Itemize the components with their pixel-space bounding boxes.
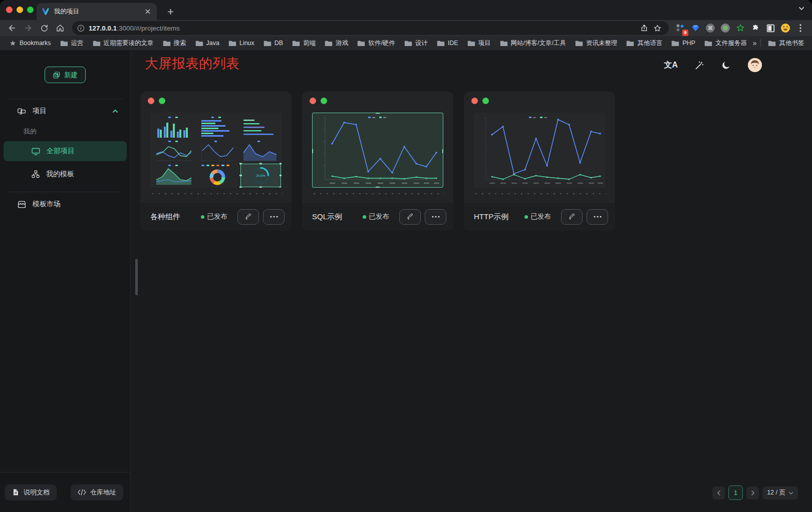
extension-emoji-icon[interactable] (779, 22, 792, 35)
folder-icon (437, 40, 445, 47)
flowchart-icon (31, 170, 40, 179)
sidebar-group-project[interactable]: 项目 (0, 102, 130, 120)
avatar[interactable] (748, 58, 762, 72)
close-window-button[interactable] (6, 7, 13, 13)
project-card[interactable]: HTTP示例 已发布 (464, 92, 615, 231)
folder-icon (357, 40, 365, 47)
reload-icon[interactable] (37, 21, 51, 35)
prev-page-button[interactable] (712, 486, 725, 499)
project-card[interactable]: SQL示例 已发布 (302, 92, 453, 231)
tab-search-chevron-icon[interactable] (798, 5, 805, 12)
pagination: 1 12 / 页 (712, 485, 798, 500)
bookmark-folder[interactable]: 项目 (464, 38, 494, 49)
browser-menu-icon[interactable] (794, 22, 807, 35)
bookmark-folder[interactable]: 文件服务器 (701, 38, 750, 49)
more-options-button[interactable] (425, 209, 446, 225)
status-dot (524, 215, 528, 219)
url-host: 127.0.0.1 (89, 25, 117, 32)
bookmark-folder[interactable]: 运营 (57, 38, 87, 49)
next-page-button[interactable] (746, 486, 759, 499)
bookmark-folder[interactable]: Linux (225, 39, 257, 48)
folder-icon (575, 40, 583, 47)
line-chart (474, 113, 605, 188)
edit-hammer-button[interactable] (399, 209, 421, 225)
zoom-window-button[interactable] (27, 7, 34, 13)
folder-icon (93, 40, 101, 47)
bookmark-folder[interactable]: 网站/博客/文章/工具 (497, 38, 569, 49)
sidebar-item-template-market[interactable]: 模板市场 (0, 195, 130, 213)
bookmark-folder[interactable]: Java (192, 39, 222, 48)
folder-icon (500, 40, 508, 47)
bookmarks-manager[interactable]: Bookmarks (6, 39, 54, 48)
sidebar-item-all-projects[interactable]: 全部项目 (4, 141, 127, 161)
bookmark-folder[interactable]: DB (260, 39, 286, 48)
back-icon[interactable] (5, 21, 19, 35)
bookmark-folder[interactable]: 软件/硬件 (354, 38, 398, 49)
star-icon (9, 40, 17, 47)
folder-icon (404, 40, 412, 47)
project-thumbnail-http[interactable] (474, 113, 605, 188)
new-tab-button[interactable] (163, 5, 177, 19)
document-icon (12, 488, 20, 496)
edit-hammer-button[interactable] (561, 209, 583, 225)
bookmark-star-icon[interactable] (651, 22, 664, 35)
ellipsis-icon (594, 216, 602, 218)
dotted-separator (473, 193, 606, 195)
url-text[interactable]: 127.0.0.1:3000/#/project/items (89, 25, 638, 32)
extension-gem-icon[interactable] (689, 22, 702, 35)
project-thumbnail-components[interactable]: 25.00% (150, 113, 282, 188)
chevron-right-icon (750, 490, 755, 495)
other-bookmarks[interactable]: 其他书签 (765, 38, 807, 49)
extension-record-icon[interactable] (719, 22, 732, 35)
folder-icon (325, 40, 333, 47)
translate-icon[interactable]: 文A (664, 60, 678, 71)
extension-panel-icon[interactable] (764, 22, 777, 35)
more-options-button[interactable] (263, 209, 285, 225)
hammer-icon (568, 213, 576, 221)
new-project-button[interactable]: 新建 (45, 67, 86, 83)
bookmark-folder[interactable]: 搜索 (160, 38, 189, 49)
current-page-button[interactable]: 1 (728, 485, 743, 500)
minimize-window-button[interactable] (17, 7, 23, 13)
window-controls[interactable] (6, 7, 34, 13)
more-options-button[interactable] (587, 209, 608, 225)
dark-mode-moon-icon[interactable] (721, 61, 731, 70)
favicon (42, 8, 50, 16)
bookmark-folder[interactable]: IDE (434, 39, 461, 48)
bookmark-folder[interactable]: 近期需要读的文章 (90, 38, 157, 49)
bookmark-folder[interactable]: 其他语言 (623, 38, 665, 49)
ellipsis-icon (432, 216, 440, 218)
page-size-select[interactable]: 12 / 页 (762, 486, 798, 499)
bookmarks-overflow-chevron[interactable]: » (753, 39, 757, 47)
sidebar-footer: 说明文档 仓库地址 (0, 472, 130, 512)
project-card[interactable]: 25.00% 各种组件 已发布 (140, 92, 292, 231)
sidebar-item-my-templates[interactable]: 我的模板 (0, 165, 130, 183)
green-dot (482, 98, 489, 104)
bookmark-folder[interactable]: 游戏 (322, 38, 351, 49)
progress-value: 25.00% (256, 174, 265, 177)
project-thumbnail-sql[interactable] (312, 113, 443, 188)
bookmark-folder[interactable]: 前端 (289, 38, 319, 49)
bookmark-folder[interactable]: 设计 (401, 38, 431, 49)
forward-icon[interactable] (21, 21, 35, 35)
status-badge: 已发布 (524, 212, 552, 221)
scrollbar-thumb[interactable] (135, 259, 138, 295)
docs-button[interactable]: 说明文档 (5, 484, 57, 500)
browser-tab[interactable]: 我的项目 (37, 3, 157, 20)
extension-green-star-icon[interactable] (734, 22, 747, 35)
extensions-puzzle-icon[interactable] (749, 22, 762, 35)
bookmark-folder[interactable]: PHP (668, 39, 698, 48)
red-dot (310, 98, 316, 104)
edit-hammer-button[interactable] (237, 209, 259, 225)
share-icon[interactable] (638, 22, 651, 35)
extension-command-icon[interactable]: ⌘ (704, 22, 717, 35)
repo-button[interactable]: 仓库地址 (71, 484, 123, 500)
bookmark-folder[interactable]: 资讯未整理 (572, 38, 621, 49)
address-bar[interactable]: 127.0.0.1:3000/#/project/items (72, 21, 669, 35)
extension-tabs-icon[interactable]: 9 (674, 22, 687, 35)
tab-close-icon[interactable] (144, 8, 152, 16)
magic-wand-icon[interactable] (695, 61, 704, 70)
site-info-icon[interactable] (77, 25, 85, 32)
home-icon[interactable] (53, 21, 67, 35)
chevron-up-icon[interactable] (112, 108, 118, 114)
